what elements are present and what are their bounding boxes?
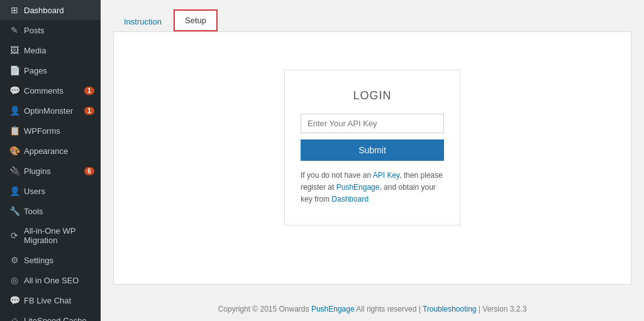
footer: Copyright © 2015 Onwards PushEngage All …: [101, 297, 644, 321]
sidebar-item-users[interactable]: 👤Users: [0, 181, 101, 201]
badge-optinmonster: 1: [84, 107, 94, 115]
appearance-icon: 🎨: [9, 146, 20, 156]
sidebar-item-label-litespeed: LiteSpeed Cache: [24, 316, 94, 322]
login-card: LOGIN Submit If you do not have an API K…: [284, 70, 460, 226]
tabs-bar: Instruction Setup: [101, 0, 644, 31]
sidebar-item-label-users: Users: [24, 187, 94, 196]
plugins-icon: 🔌: [9, 166, 20, 176]
sidebar-item-media[interactable]: 🖼Media: [0, 40, 101, 60]
pushengage-register-link[interactable]: PushEngage: [336, 183, 380, 192]
login-title: LOGIN: [301, 89, 444, 102]
sidebar-item-pages[interactable]: 📄Pages: [0, 60, 101, 80]
sidebar-item-label-plugins: Plugins: [24, 166, 80, 176]
media-icon: 🖼: [9, 45, 20, 55]
info-text: If you do not have an API Key, then plea…: [301, 170, 444, 206]
pages-icon: 📄: [9, 65, 20, 75]
allinone-icon: ⟳: [9, 231, 20, 241]
wpforms-icon: 📋: [9, 126, 20, 136]
sidebar-item-label-dashboard: Dashboard: [24, 6, 94, 15]
optinmonster-icon: 👤: [9, 106, 20, 116]
sidebar-item-label-allinone: All-in-One WP Migration: [24, 226, 94, 245]
tab-setup[interactable]: Setup: [174, 9, 218, 31]
sidebar-item-tools[interactable]: 🔧Tools: [0, 201, 101, 221]
sidebar-item-appearance[interactable]: 🎨Appearance: [0, 141, 101, 161]
badge-comments: 1: [84, 87, 94, 95]
sidebar-item-wpforms[interactable]: 📋WPForms: [0, 121, 101, 141]
api-key-input[interactable]: [301, 114, 444, 133]
sidebar-item-fblivechat[interactable]: 💬FB Live Chat: [0, 290, 101, 310]
tools-icon: 🔧: [9, 206, 20, 216]
content-area: LOGIN Submit If you do not have an API K…: [113, 31, 631, 285]
sidebar-item-settings[interactable]: ⚙Settings: [0, 250, 101, 270]
main-content: Instruction Setup LOGIN Submit If you do…: [101, 0, 644, 321]
footer-version: | Version 3.2.3: [477, 305, 527, 313]
sidebar-item-comments[interactable]: 💬Comments1: [0, 80, 101, 101]
sidebar-item-label-tools: Tools: [24, 207, 94, 216]
sidebar-item-dashboard[interactable]: ⊞Dashboard: [0, 0, 101, 20]
sidebar-item-allinone[interactable]: ⟳All-in-One WP Migration: [0, 221, 101, 250]
fblivechat-icon: 💬: [9, 295, 20, 305]
comments-icon: 💬: [9, 85, 20, 95]
sidebar-item-label-posts: Posts: [24, 26, 94, 35]
sidebar-item-label-fblivechat: FB Live Chat: [24, 296, 94, 305]
sidebar-item-optinmonster[interactable]: 👤OptinMonster1: [0, 101, 101, 121]
sidebar-item-label-pages: Pages: [24, 66, 94, 75]
users-icon: 👤: [9, 186, 20, 196]
dashboard-icon: ⊞: [9, 5, 20, 15]
sidebar-item-litespeed[interactable]: ◇LiteSpeed Cache: [0, 310, 101, 321]
sidebar-item-posts[interactable]: ✎Posts: [0, 20, 101, 40]
sidebar-item-label-media: Media: [24, 46, 94, 55]
footer-troubleshooting-link[interactable]: Troubleshooting: [423, 305, 477, 313]
sidebar-item-plugins[interactable]: 🔌Plugins6: [0, 161, 101, 181]
tab-instruction[interactable]: Instruction: [113, 11, 172, 31]
footer-rights: All rights reserved |: [355, 305, 423, 313]
sidebar-item-label-wpforms: WPForms: [24, 126, 94, 136]
footer-pushengage-link[interactable]: PushEngage: [311, 305, 355, 313]
sidebar-item-allinoneseo[interactable]: ◎All in One SEO: [0, 270, 101, 290]
submit-button[interactable]: Submit: [301, 139, 444, 161]
api-key-link[interactable]: API Key: [373, 171, 399, 180]
footer-copyright: Copyright © 2015 Onwards: [218, 305, 311, 313]
badge-plugins: 6: [84, 167, 94, 175]
sidebar-item-label-optinmonster: OptinMonster: [24, 106, 80, 116]
allinoneseo-icon: ◎: [9, 275, 20, 285]
sidebar-item-label-comments: Comments: [24, 86, 80, 95]
settings-icon: ⚙: [9, 255, 20, 265]
sidebar-item-label-settings: Settings: [24, 256, 94, 265]
sidebar-item-label-appearance: Appearance: [24, 146, 94, 156]
litespeed-icon: ◇: [9, 315, 20, 321]
posts-icon: ✎: [9, 25, 20, 35]
dashboard-link[interactable]: Dashboard: [331, 195, 369, 204]
sidebar: ⊞Dashboard✎Posts🖼Media📄Pages💬Comments1👤O…: [0, 0, 101, 321]
sidebar-item-label-allinoneseo: All in One SEO: [24, 276, 94, 285]
